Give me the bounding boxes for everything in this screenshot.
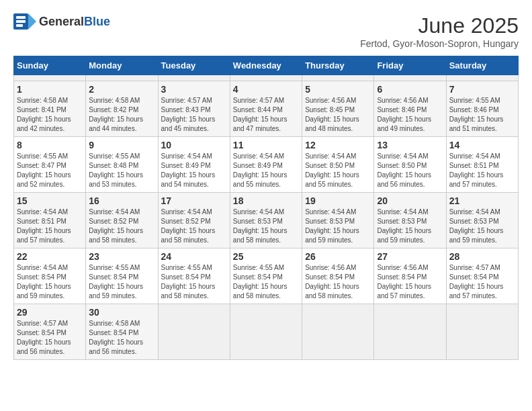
day-info: Sunrise: 4:58 AMSunset: 8:54 PMDaylight:… <box>89 319 154 357</box>
calendar-cell <box>158 75 230 81</box>
day-number: 29 <box>17 307 83 318</box>
day-info: Sunrise: 4:55 AMSunset: 8:54 PMDaylight:… <box>233 263 299 301</box>
calendar-week-row: 8Sunrise: 4:55 AMSunset: 8:47 PMDaylight… <box>14 137 519 193</box>
day-number: 6 <box>377 84 443 95</box>
logo-general-text: General <box>39 15 84 28</box>
day-info: Sunrise: 4:58 AMSunset: 8:41 PMDaylight:… <box>17 96 83 134</box>
calendar-cell: 9Sunrise: 4:55 AMSunset: 8:48 PMDaylight… <box>86 137 158 193</box>
day-number: 22 <box>17 251 83 262</box>
day-number: 12 <box>305 140 371 150</box>
calendar-cell: 2Sunrise: 4:58 AMSunset: 8:42 PMDaylight… <box>86 81 158 137</box>
day-number: 11 <box>233 140 299 150</box>
calendar-cell: 11Sunrise: 4:54 AMSunset: 8:49 PMDayligh… <box>230 137 302 193</box>
day-number: 25 <box>233 251 299 262</box>
day-info: Sunrise: 4:54 AMSunset: 8:51 PMDaylight:… <box>17 208 83 245</box>
calendar-cell: 5Sunrise: 4:56 AMSunset: 8:45 PMDaylight… <box>302 81 374 137</box>
day-info: Sunrise: 4:58 AMSunset: 8:42 PMDaylight:… <box>89 96 154 134</box>
calendar-cell: 3Sunrise: 4:57 AMSunset: 8:43 PMDaylight… <box>158 81 230 137</box>
calendar-cell: 17Sunrise: 4:54 AMSunset: 8:52 PMDayligh… <box>158 193 230 248</box>
calendar-cell: 19Sunrise: 4:54 AMSunset: 8:53 PMDayligh… <box>302 193 374 248</box>
day-info: Sunrise: 4:54 AMSunset: 8:52 PMDaylight:… <box>161 208 227 245</box>
calendar-cell <box>446 304 518 360</box>
calendar-cell: 6Sunrise: 4:56 AMSunset: 8:46 PMDaylight… <box>374 81 446 137</box>
calendar-cell: 4Sunrise: 4:57 AMSunset: 8:44 PMDaylight… <box>230 81 302 137</box>
day-info: Sunrise: 4:56 AMSunset: 8:46 PMDaylight:… <box>377 96 443 134</box>
calendar-week-row <box>14 75 519 81</box>
calendar-cell: 22Sunrise: 4:54 AMSunset: 8:54 PMDayligh… <box>14 248 86 304</box>
calendar-body: 1Sunrise: 4:58 AMSunset: 8:41 PMDaylight… <box>14 75 519 360</box>
day-info: Sunrise: 4:54 AMSunset: 8:52 PMDaylight:… <box>89 208 154 245</box>
calendar-table: SundayMondayTuesdayWednesdayThursdayFrid… <box>13 56 519 360</box>
day-info: Sunrise: 4:55 AMSunset: 8:47 PMDaylight:… <box>17 152 83 189</box>
calendar-cell: 25Sunrise: 4:55 AMSunset: 8:54 PMDayligh… <box>230 248 302 304</box>
calendar-cell <box>158 304 230 360</box>
day-info: Sunrise: 4:57 AMSunset: 8:44 PMDaylight:… <box>233 96 299 134</box>
day-number: 15 <box>17 195 83 206</box>
day-number: 7 <box>449 84 515 95</box>
day-info: Sunrise: 4:55 AMSunset: 8:54 PMDaylight:… <box>89 263 154 301</box>
svg-rect-2 <box>16 16 26 19</box>
calendar-week-row: 29Sunrise: 4:57 AMSunset: 8:54 PMDayligh… <box>14 304 519 360</box>
calendar-cell: 18Sunrise: 4:54 AMSunset: 8:53 PMDayligh… <box>230 193 302 248</box>
calendar-cell: 28Sunrise: 4:57 AMSunset: 8:54 PMDayligh… <box>446 248 518 304</box>
calendar-cell: 12Sunrise: 4:54 AMSunset: 8:50 PMDayligh… <box>302 137 374 193</box>
day-info: Sunrise: 4:57 AMSunset: 8:43 PMDaylight:… <box>161 96 227 134</box>
day-number: 23 <box>89 251 154 262</box>
day-info: Sunrise: 4:54 AMSunset: 8:53 PMDaylight:… <box>305 208 371 245</box>
calendar-header-monday: Monday <box>86 56 158 75</box>
calendar-cell: 24Sunrise: 4:55 AMSunset: 8:54 PMDayligh… <box>158 248 230 304</box>
calendar-cell: 30Sunrise: 4:58 AMSunset: 8:54 PMDayligh… <box>86 304 158 360</box>
day-number: 24 <box>161 251 227 262</box>
calendar-cell: 26Sunrise: 4:56 AMSunset: 8:54 PMDayligh… <box>302 248 374 304</box>
day-info: Sunrise: 4:54 AMSunset: 8:50 PMDaylight:… <box>305 152 371 189</box>
calendar-cell: 8Sunrise: 4:55 AMSunset: 8:47 PMDaylight… <box>14 137 86 193</box>
day-number: 27 <box>377 251 443 262</box>
calendar-cell: 21Sunrise: 4:54 AMSunset: 8:53 PMDayligh… <box>446 193 518 248</box>
day-number: 1 <box>17 84 83 95</box>
day-number: 14 <box>449 140 515 150</box>
calendar-cell: 15Sunrise: 4:54 AMSunset: 8:51 PMDayligh… <box>14 193 86 248</box>
title-area: June 2025 Fertod, Gyor-Moson-Sopron, Hun… <box>360 13 519 49</box>
svg-marker-1 <box>28 13 36 30</box>
logo: GeneralBlue <box>13 13 110 30</box>
calendar-header-thursday: Thursday <box>302 56 374 75</box>
calendar-header-saturday: Saturday <box>446 56 518 75</box>
calendar-cell: 29Sunrise: 4:57 AMSunset: 8:54 PMDayligh… <box>14 304 86 360</box>
calendar-cell <box>446 75 518 81</box>
calendar-cell <box>86 75 158 81</box>
calendar-cell <box>230 75 302 81</box>
day-number: 26 <box>305 251 371 262</box>
calendar-week-row: 15Sunrise: 4:54 AMSunset: 8:51 PMDayligh… <box>14 193 519 248</box>
logo-icon <box>13 13 36 30</box>
day-info: Sunrise: 4:54 AMSunset: 8:53 PMDaylight:… <box>449 208 515 245</box>
calendar-cell: 27Sunrise: 4:56 AMSunset: 8:54 PMDayligh… <box>374 248 446 304</box>
day-info: Sunrise: 4:54 AMSunset: 8:54 PMDaylight:… <box>17 263 83 301</box>
day-info: Sunrise: 4:54 AMSunset: 8:53 PMDaylight:… <box>377 208 443 245</box>
calendar-cell <box>374 75 446 81</box>
day-number: 19 <box>305 195 371 206</box>
day-number: 20 <box>377 195 443 206</box>
calendar-cell: 14Sunrise: 4:54 AMSunset: 8:51 PMDayligh… <box>446 137 518 193</box>
day-info: Sunrise: 4:55 AMSunset: 8:54 PMDaylight:… <box>161 263 227 301</box>
day-info: Sunrise: 4:54 AMSunset: 8:49 PMDaylight:… <box>233 152 299 189</box>
calendar-cell <box>374 304 446 360</box>
day-number: 17 <box>161 195 227 206</box>
day-info: Sunrise: 4:57 AMSunset: 8:54 PMDaylight:… <box>17 319 83 357</box>
calendar-cell: 23Sunrise: 4:55 AMSunset: 8:54 PMDayligh… <box>86 248 158 304</box>
day-info: Sunrise: 4:56 AMSunset: 8:54 PMDaylight:… <box>377 263 443 301</box>
day-info: Sunrise: 4:54 AMSunset: 8:49 PMDaylight:… <box>161 152 227 189</box>
calendar-cell: 1Sunrise: 4:58 AMSunset: 8:41 PMDaylight… <box>14 81 86 137</box>
svg-rect-3 <box>16 20 26 23</box>
day-number: 10 <box>161 140 227 150</box>
day-info: Sunrise: 4:54 AMSunset: 8:51 PMDaylight:… <box>449 152 515 189</box>
calendar-cell <box>302 75 374 81</box>
day-info: Sunrise: 4:56 AMSunset: 8:54 PMDaylight:… <box>305 263 371 301</box>
day-number: 30 <box>89 307 154 318</box>
calendar-header-wednesday: Wednesday <box>230 56 302 75</box>
calendar-cell: 10Sunrise: 4:54 AMSunset: 8:49 PMDayligh… <box>158 137 230 193</box>
page-header: GeneralBlue June 2025 Fertod, Gyor-Moson… <box>13 13 519 49</box>
calendar-cell: 13Sunrise: 4:54 AMSunset: 8:50 PMDayligh… <box>374 137 446 193</box>
calendar-cell <box>302 304 374 360</box>
calendar-subtitle: Fertod, Gyor-Moson-Sopron, Hungary <box>360 38 519 49</box>
day-info: Sunrise: 4:54 AMSunset: 8:53 PMDaylight:… <box>233 208 299 245</box>
